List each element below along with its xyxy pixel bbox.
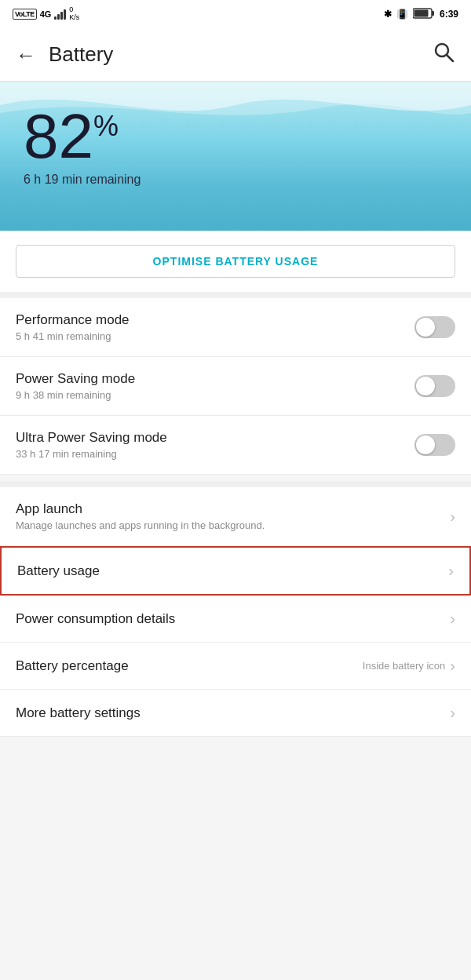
bluetooth-icon: ✱ xyxy=(384,9,392,20)
battery-usage-chevron: › xyxy=(448,562,454,580)
signal-bars xyxy=(54,9,66,20)
ultra-power-saving-item[interactable]: Ultra Power Saving mode 33 h 17 min rema… xyxy=(0,416,471,475)
volte-badge: VoLTE xyxy=(13,9,37,20)
search-icon xyxy=(432,40,455,64)
ultra-power-saving-title: Ultra Power Saving mode xyxy=(16,430,414,446)
battery-percentage-chevron: › xyxy=(450,657,455,675)
power-consumption-content: Power consumption details xyxy=(16,611,450,627)
performance-mode-item[interactable]: Performance mode 5 h 41 min remaining xyxy=(0,298,471,357)
battery-usage-title: Battery usage xyxy=(17,563,448,579)
battery-percent-value: 82% xyxy=(24,101,119,171)
battery-percentage-title: Battery percentage xyxy=(16,658,363,674)
status-right: ✱ 📳 6:39 xyxy=(384,8,458,21)
power-saving-mode-subtitle: 9 h 38 min remaining xyxy=(16,389,414,401)
search-button[interactable] xyxy=(432,40,455,69)
status-bar: VoLTE 4G 0 K/s ✱ 📳 6:39 xyxy=(0,0,471,28)
app-launch-chevron: › xyxy=(450,508,455,526)
header-left: ← Battery xyxy=(16,42,113,67)
svg-rect-1 xyxy=(432,11,434,16)
power-saving-mode-content: Power Saving mode 9 h 38 min remaining xyxy=(16,371,414,401)
signal-bar-1 xyxy=(54,16,57,20)
battery-widget: 82% 6 h 19 min remaining xyxy=(0,82,471,231)
battery-percentage-value: Inside battery icon xyxy=(363,660,446,672)
battery-percent-sign: % xyxy=(93,110,119,142)
ultra-power-saving-toggle[interactable] xyxy=(414,434,455,456)
performance-mode-toggle[interactable] xyxy=(414,316,455,338)
toggle-settings-section: Performance mode 5 h 41 min remaining Po… xyxy=(0,298,471,475)
battery-usage-item[interactable]: Battery usage › xyxy=(0,546,471,596)
status-left: VoLTE 4G 0 K/s xyxy=(13,6,79,22)
optimize-battery-button[interactable]: OPTIMISE BATTERY USAGE xyxy=(16,245,455,278)
app-launch-item[interactable]: App launch Manage launches and apps runn… xyxy=(0,487,471,546)
battery-status xyxy=(413,8,435,21)
more-battery-settings-content: More battery settings xyxy=(16,705,450,721)
data-speed: 0 K/s xyxy=(69,6,79,22)
power-saving-mode-item[interactable]: Power Saving mode 9 h 38 min remaining xyxy=(0,357,471,416)
app-launch-title: App launch xyxy=(16,501,450,517)
performance-mode-subtitle: 5 h 41 min remaining xyxy=(16,330,414,342)
data-down: K/s xyxy=(69,14,79,22)
more-battery-settings-chevron: › xyxy=(450,704,455,722)
ultra-power-saving-content: Ultra Power Saving mode 33 h 17 min rema… xyxy=(16,430,414,460)
app-launch-content: App launch Manage launches and apps runn… xyxy=(16,501,450,531)
battery-percentage-item[interactable]: Battery percentage Inside battery icon › xyxy=(0,643,471,690)
optimize-section: OPTIMISE BATTERY USAGE xyxy=(0,231,471,298)
signal-bar-4 xyxy=(64,9,66,20)
four-g-label: 4G xyxy=(40,9,52,19)
power-saving-mode-toggle[interactable] xyxy=(414,375,455,397)
power-consumption-item[interactable]: Power consumption details › xyxy=(0,596,471,643)
battery-remaining-text: 6 h 19 min remaining xyxy=(24,173,447,187)
more-battery-settings-item[interactable]: More battery settings › xyxy=(0,690,471,737)
svg-line-4 xyxy=(447,55,453,61)
vibrate-icon: 📳 xyxy=(396,9,408,20)
performance-mode-title: Performance mode xyxy=(16,312,414,328)
power-consumption-title: Power consumption details xyxy=(16,611,450,627)
performance-mode-content: Performance mode 5 h 41 min remaining xyxy=(16,312,414,342)
battery-percentage-content: Battery percentage xyxy=(16,658,363,674)
signal-bar-2 xyxy=(57,14,60,20)
power-saving-mode-title: Power Saving mode xyxy=(16,371,414,387)
signal-bar-3 xyxy=(60,12,63,20)
power-consumption-chevron: › xyxy=(450,610,455,628)
battery-percentage-right: Inside battery icon › xyxy=(363,657,455,675)
menu-settings-section: App launch Manage launches and apps runn… xyxy=(0,487,471,737)
svg-rect-2 xyxy=(414,9,428,16)
page-title: Battery xyxy=(49,42,113,67)
time-display: 6:39 xyxy=(440,9,458,20)
battery-icon xyxy=(413,8,435,19)
battery-usage-content: Battery usage xyxy=(17,563,448,579)
header: ← Battery xyxy=(0,28,471,82)
app-launch-subtitle: Manage launches and apps running in the … xyxy=(16,519,450,531)
section-divider-1 xyxy=(0,481,471,487)
back-button[interactable]: ← xyxy=(16,45,36,65)
more-battery-settings-title: More battery settings xyxy=(16,705,450,721)
ultra-power-saving-subtitle: 33 h 17 min remaining xyxy=(16,448,414,460)
